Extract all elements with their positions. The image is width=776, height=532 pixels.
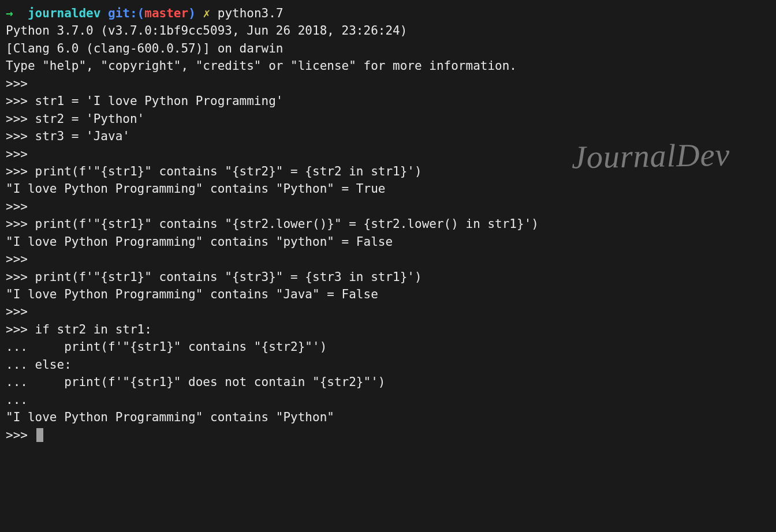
git-close-paren: ) [188, 6, 196, 20]
repl-input: >>> print(f'"{str1}" contains "{str3}" =… [6, 268, 770, 286]
output-line: "I love Python Programming" contains "py… [6, 233, 770, 250]
repl-prompt: >>> [6, 198, 770, 215]
command-text: python3.7 [218, 6, 283, 20]
directory-name: journaldev [28, 6, 100, 20]
dirty-state-icon: ✗ [203, 6, 210, 20]
repl-prompt-text: >>> [6, 428, 35, 442]
output-line: "I love Python Programming" contains "Py… [6, 409, 770, 426]
repl-input: >>> str2 = 'Python' [6, 110, 770, 128]
output-line: "I love Python Programming" contains "Py… [6, 180, 770, 197]
repl-input: >>> print(f'"{str1}" contains "{str2.low… [6, 215, 770, 233]
repl-prompt: >>> [6, 145, 770, 163]
repl-input: >>> print(f'"{str1}" contains "{str2}" =… [6, 163, 770, 180]
repl-input: >>> str1 = 'I love Python Programming' [6, 92, 770, 110]
repl-continuation: ... else: [6, 356, 770, 373]
repl-continuation: ... print(f'"{str1}" does not contain "{… [6, 373, 770, 391]
git-branch: master [144, 6, 188, 20]
shell-prompt-line: → journaldev git:(master) ✗ python3.7 [6, 5, 770, 22]
output-line: Python 3.7.0 (v3.7.0:1bf9cc5093, Jun 26 … [6, 22, 770, 39]
arrow-icon: → [6, 6, 13, 20]
repl-prompt: >>> [6, 75, 770, 92]
output-line: "I love Python Programming" contains "Ja… [6, 286, 770, 303]
repl-prompt-active[interactable]: >>> [6, 426, 770, 444]
terminal[interactable]: → journaldev git:(master) ✗ python3.7 Py… [6, 5, 770, 444]
output-line: Type "help", "copyright", "credits" or "… [6, 57, 770, 74]
output-line: [Clang 6.0 (clang-600.0.57)] on darwin [6, 40, 770, 57]
repl-input: >>> if str2 in str1: [6, 321, 770, 338]
repl-input: >>> str3 = 'Java' [6, 128, 770, 145]
cursor-icon [36, 428, 43, 442]
git-prefix: git:( [108, 6, 144, 20]
repl-continuation: ... [6, 391, 770, 409]
repl-prompt: >>> [6, 250, 770, 268]
repl-prompt: >>> [6, 303, 770, 320]
repl-continuation: ... print(f'"{str1}" contains "{str2}"') [6, 338, 770, 355]
